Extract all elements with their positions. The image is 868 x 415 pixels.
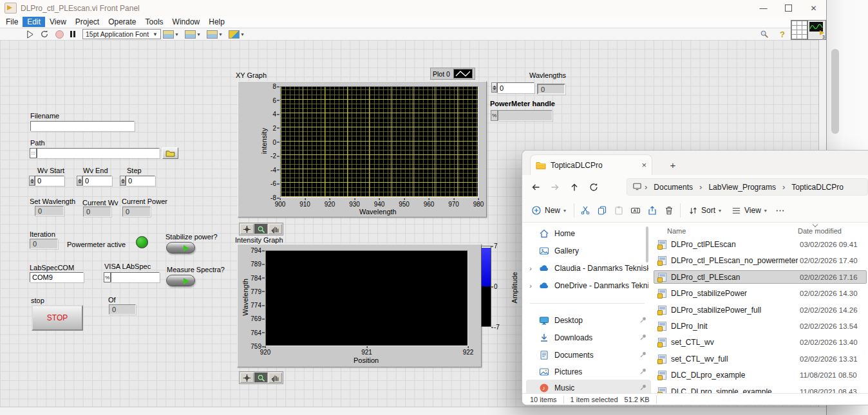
- breadcrumb-item[interactable]: TopticaDLCPro: [788, 181, 847, 193]
- menu-operate[interactable]: Operate: [104, 17, 140, 27]
- wavlengths-spinner[interactable]: [491, 82, 497, 93]
- wv-start-spinner[interactable]: [29, 176, 35, 186]
- search-button[interactable]: [757, 28, 771, 40]
- wv-start-input[interactable]: 0: [35, 176, 64, 186]
- close-button[interactable]: ✕: [801, 0, 826, 16]
- intensity-graph-plot-area[interactable]: [265, 250, 468, 346]
- run-continuous-button[interactable]: [37, 28, 52, 40]
- file-row[interactable]: DLPro_Init02/02/2026 13.54: [654, 319, 867, 333]
- this-pc-icon[interactable]: [632, 181, 642, 193]
- background-scrollbar[interactable]: [831, 49, 839, 134]
- sidebar-item-desktop[interactable]: Desktop: [526, 312, 651, 328]
- file-row[interactable]: DLPro_ctl_PLEscan_no_powermeter02/02/202…: [654, 254, 867, 267]
- menu-help[interactable]: Help: [204, 17, 229, 27]
- sidebar-scrollbar[interactable]: [646, 226, 648, 263]
- graph-pan-tool[interactable]: [269, 373, 282, 383]
- panel-bottom-scrollbar[interactable]: [0, 407, 826, 415]
- up-button[interactable]: [565, 178, 584, 196]
- vi-file-icon: [658, 371, 666, 380]
- column-header-name[interactable]: Name: [667, 227, 686, 235]
- stabilize-power-toggle[interactable]: [166, 242, 195, 254]
- cut-button[interactable]: [577, 202, 594, 219]
- wavlengths-input[interactable]: 0: [497, 82, 534, 93]
- menu-view[interactable]: View: [45, 17, 71, 27]
- sidebar-item-home[interactable]: Home: [526, 225, 651, 241]
- maximize-button[interactable]: [776, 0, 801, 16]
- new-tab-button[interactable]: +: [665, 157, 681, 172]
- step-input[interactable]: 0: [126, 176, 155, 186]
- xy-graph-plot-area[interactable]: [280, 86, 478, 198]
- alignment-grid-icon[interactable]: [791, 20, 807, 40]
- chevron-right-icon[interactable]: ›: [527, 282, 534, 290]
- help-button[interactable]: ?: [777, 28, 788, 40]
- menu-file[interactable]: File: [1, 17, 23, 27]
- forward-button[interactable]: [545, 178, 565, 196]
- measure-spectra-toggle[interactable]: [166, 275, 195, 286]
- rename-button[interactable]: [627, 202, 644, 219]
- sidebar-item-gallery[interactable]: Gallery: [526, 243, 651, 259]
- path-input[interactable]: [37, 148, 160, 158]
- back-button[interactable]: [526, 178, 545, 196]
- graph-zoom-tool[interactable]: [254, 373, 268, 383]
- resize-objects-dropdown[interactable]: ▾: [205, 28, 224, 40]
- graph-cursor-tool[interactable]: [240, 224, 254, 234]
- chevron-right-icon[interactable]: ›: [527, 264, 534, 272]
- align-objects-dropdown[interactable]: ▾: [161, 28, 180, 40]
- font-selector[interactable]: 15pt Application Font ▼: [82, 29, 161, 39]
- view-button[interactable]: View▾: [726, 203, 772, 219]
- vi-icon[interactable]: 3: [807, 20, 826, 40]
- file-row[interactable]: DLPro_stabilizePower02/02/2026 14.30: [654, 286, 867, 300]
- menu-window[interactable]: Window: [168, 17, 205, 27]
- new-button[interactable]: New▾: [526, 202, 571, 219]
- column-header-date[interactable]: Date modified: [798, 227, 842, 235]
- filename-input[interactable]: [30, 121, 135, 131]
- abort-button[interactable]: [53, 28, 66, 40]
- file-row[interactable]: set_CTL_wv_full02/02/2026 13.31: [654, 352, 867, 365]
- file-row[interactable]: DLPro_stabilizePower_full02/02/2026 14.2…: [654, 303, 867, 317]
- distribute-objects-dropdown[interactable]: ▾: [183, 28, 202, 40]
- wv-end-spinner[interactable]: [77, 176, 82, 186]
- divider: [656, 396, 657, 403]
- reorder-dropdown[interactable]: ▾: [227, 28, 246, 40]
- breadcrumb-item[interactable]: LabView_Programs: [704, 181, 780, 193]
- sidebar-item-documents[interactable]: Documents: [526, 347, 651, 363]
- menu-tools[interactable]: Tools: [141, 17, 168, 27]
- stop-button[interactable]: STOP: [32, 305, 83, 331]
- run-button[interactable]: [23, 28, 36, 40]
- file-row[interactable]: DLPro_ctlPLEscan03/02/2026 09.41: [654, 237, 867, 251]
- refresh-button[interactable]: [584, 178, 603, 196]
- visa-labspec-input[interactable]: [111, 272, 160, 282]
- graph-pan-tool[interactable]: [269, 224, 282, 234]
- file-date-modified: 02/02/2026 14.26: [800, 306, 858, 314]
- file-row[interactable]: set_CTL_wv02/02/2026 13.40: [654, 335, 867, 349]
- file-row[interactable]: DLC_DLpro_example11/08/2021 08.50: [654, 368, 867, 382]
- amplitude-color-ramp[interactable]: [481, 246, 491, 327]
- graph-cursor-tool[interactable]: [240, 373, 254, 383]
- share-button[interactable]: [644, 202, 661, 219]
- sort-button[interactable]: Sort▾: [683, 203, 726, 219]
- step-spinner[interactable]: [120, 176, 126, 186]
- menu-project[interactable]: Project: [71, 17, 104, 27]
- menu-edit[interactable]: Edit: [23, 17, 45, 27]
- tab-close-icon[interactable]: ×: [641, 160, 646, 170]
- browse-button[interactable]: [162, 147, 178, 159]
- wv-end-input[interactable]: 0: [82, 176, 112, 186]
- copy-button[interactable]: [594, 202, 610, 219]
- breadcrumb-item[interactable]: Documents: [650, 181, 697, 193]
- sidebar-item-pictures[interactable]: Pictures: [526, 364, 651, 380]
- pause-button[interactable]: [67, 28, 79, 40]
- explorer-tab[interactable]: TopticaDLCPro ×: [530, 154, 652, 175]
- more-button[interactable]: [772, 202, 789, 219]
- minimize-button[interactable]: —: [751, 0, 776, 16]
- arrow-up-icon: [569, 182, 580, 192]
- paste-button[interactable]: [610, 202, 627, 219]
- file-row[interactable]: DLPro_ctl_PLEscan02/02/2026 17.16: [654, 270, 867, 284]
- trash-icon: [664, 205, 674, 216]
- sidebar-item-claudia[interactable]: ›Claudia - Danmarks Tekniske U: [526, 260, 651, 276]
- labspeccom-input[interactable]: COM9: [30, 272, 84, 282]
- delete-button[interactable]: [661, 202, 677, 219]
- graph-zoom-tool[interactable]: [254, 224, 268, 234]
- xy-graph-legend[interactable]: Plot 0: [430, 68, 475, 80]
- sidebar-item-downloads[interactable]: Downloads: [526, 329, 651, 346]
- sidebar-item-onedrive[interactable]: ›OneDrive - Danmarks Tekniske: [526, 277, 651, 293]
